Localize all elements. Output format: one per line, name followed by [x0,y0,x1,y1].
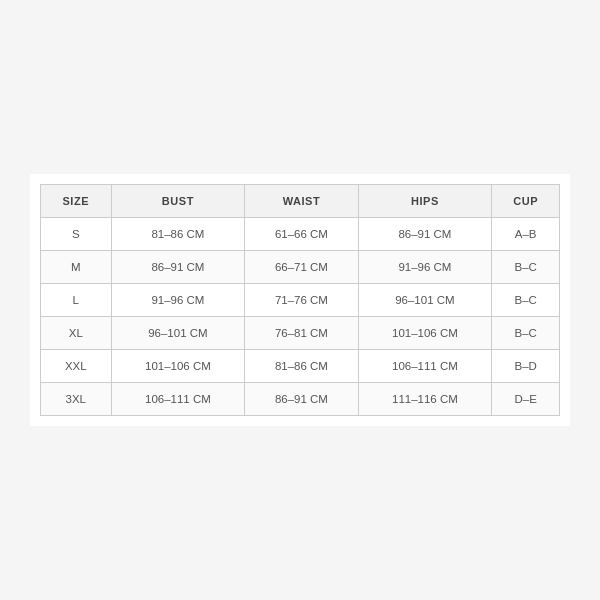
header-cup: CUP [492,185,560,218]
cell-size: M [41,251,112,284]
cell-bust: 86–91 CM [111,251,245,284]
cell-bust: 91–96 CM [111,284,245,317]
cell-hips: 101–106 CM [358,317,492,350]
cell-hips: 86–91 CM [358,218,492,251]
cell-cup: D–E [492,383,560,416]
cell-cup: B–C [492,317,560,350]
size-chart-container: SIZE BUST WAIST HIPS CUP S81–86 CM61–66 … [30,174,570,426]
cell-size: L [41,284,112,317]
header-bust: BUST [111,185,245,218]
cell-size: XXL [41,350,112,383]
size-chart-table: SIZE BUST WAIST HIPS CUP S81–86 CM61–66 … [40,184,560,416]
cell-cup: B–C [492,284,560,317]
cell-waist: 71–76 CM [245,284,358,317]
cell-bust: 106–111 CM [111,383,245,416]
cell-hips: 91–96 CM [358,251,492,284]
cell-waist: 66–71 CM [245,251,358,284]
cell-cup: B–D [492,350,560,383]
cell-cup: B–C [492,251,560,284]
header-size: SIZE [41,185,112,218]
cell-bust: 101–106 CM [111,350,245,383]
cell-waist: 61–66 CM [245,218,358,251]
cell-waist: 76–81 CM [245,317,358,350]
table-row: XL96–101 CM76–81 CM101–106 CMB–C [41,317,560,350]
table-row: XXL101–106 CM81–86 CM106–111 CMB–D [41,350,560,383]
header-hips: HIPS [358,185,492,218]
table-row: M86–91 CM66–71 CM91–96 CMB–C [41,251,560,284]
cell-cup: A–B [492,218,560,251]
table-row: 3XL106–111 CM86–91 CM111–116 CMD–E [41,383,560,416]
table-row: L91–96 CM71–76 CM96–101 CMB–C [41,284,560,317]
table-row: S81–86 CM61–66 CM86–91 CMA–B [41,218,560,251]
cell-hips: 96–101 CM [358,284,492,317]
cell-size: XL [41,317,112,350]
cell-waist: 86–91 CM [245,383,358,416]
cell-size: 3XL [41,383,112,416]
cell-bust: 81–86 CM [111,218,245,251]
table-header-row: SIZE BUST WAIST HIPS CUP [41,185,560,218]
cell-hips: 106–111 CM [358,350,492,383]
cell-bust: 96–101 CM [111,317,245,350]
cell-size: S [41,218,112,251]
cell-waist: 81–86 CM [245,350,358,383]
cell-hips: 111–116 CM [358,383,492,416]
header-waist: WAIST [245,185,358,218]
